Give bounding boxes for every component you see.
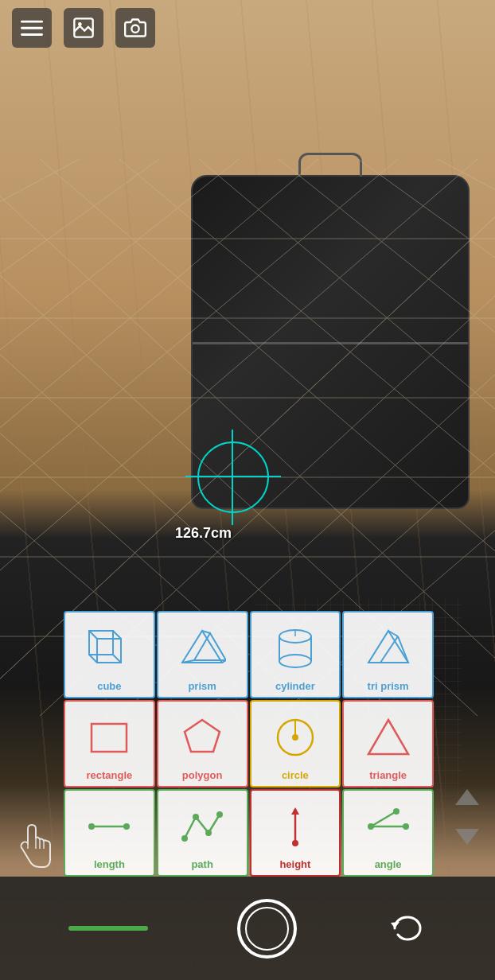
path-label: path xyxy=(191,858,212,870)
svg-point-77 xyxy=(292,840,298,846)
shape-panel: cube prism xyxy=(64,611,434,877)
svg-marker-84 xyxy=(391,922,400,928)
svg-rect-29 xyxy=(21,21,43,23)
color-indicator xyxy=(68,926,148,931)
shape-tri-prism[interactable]: tri prism xyxy=(342,611,434,698)
svg-marker-78 xyxy=(291,807,299,815)
svg-marker-64 xyxy=(185,720,220,752)
triangle-icon xyxy=(347,708,429,768)
ar-crosshair xyxy=(197,441,269,513)
shape-prism[interactable]: prism xyxy=(157,611,248,698)
svg-rect-31 xyxy=(21,33,43,36)
svg-line-28 xyxy=(0,159,80,223)
crosshair-circle xyxy=(197,441,269,513)
length-icon xyxy=(68,797,150,857)
hand-cursor-icon xyxy=(12,821,52,861)
menu-button[interactable] xyxy=(12,8,52,48)
svg-line-44 xyxy=(113,631,121,639)
shape-height[interactable]: height xyxy=(250,789,341,877)
svg-line-45 xyxy=(89,655,97,663)
svg-rect-30 xyxy=(21,27,43,29)
circle-label: circle xyxy=(282,769,309,781)
svg-line-80 xyxy=(371,811,396,826)
triangle-label: triangle xyxy=(369,769,407,781)
svg-point-74 xyxy=(205,830,212,836)
tri-prism-icon xyxy=(347,619,429,679)
shape-cube[interactable]: cube xyxy=(64,611,155,698)
svg-line-7 xyxy=(40,159,495,605)
circle-icon xyxy=(255,708,337,768)
svg-point-81 xyxy=(403,823,409,830)
prism-icon xyxy=(162,619,244,679)
svg-point-72 xyxy=(181,835,188,842)
path-icon xyxy=(162,797,244,857)
crosshair-horizontal xyxy=(185,476,281,477)
shape-circle[interactable]: circle xyxy=(250,700,341,788)
cylinder-icon xyxy=(255,619,337,679)
svg-marker-68 xyxy=(368,720,408,754)
crosshair-vertical xyxy=(232,430,233,525)
cube-icon xyxy=(68,619,150,679)
svg-line-46 xyxy=(113,655,121,663)
polygon-icon xyxy=(162,708,244,768)
svg-marker-39 xyxy=(455,789,479,805)
shape-cylinder[interactable]: cylinder xyxy=(250,611,341,698)
capture-button-inner xyxy=(245,907,289,951)
shape-polygon[interactable]: polygon xyxy=(157,700,248,788)
rectangle-label: rectangle xyxy=(86,769,132,781)
height-icon xyxy=(255,797,337,857)
scroll-arrows xyxy=(451,785,483,849)
capture-button[interactable] xyxy=(237,899,297,959)
top-toolbar xyxy=(0,0,495,56)
tri-prism-label: tri prism xyxy=(368,680,409,692)
measurement-label: 126.7cm xyxy=(175,525,232,542)
shape-triangle[interactable]: triangle xyxy=(342,700,434,788)
shape-rectangle[interactable]: rectangle xyxy=(64,700,155,788)
camera-icon xyxy=(124,17,146,39)
shape-path[interactable]: path xyxy=(157,789,248,877)
gallery-button[interactable] xyxy=(64,8,103,48)
bottom-bar xyxy=(0,877,495,980)
svg-point-83 xyxy=(368,823,374,830)
length-label: length xyxy=(94,858,125,870)
cube-label: cube xyxy=(97,680,121,692)
svg-line-13 xyxy=(199,159,495,461)
svg-line-26 xyxy=(0,159,239,382)
svg-point-34 xyxy=(131,25,138,33)
shape-angle[interactable]: angle xyxy=(342,789,434,877)
camera-button[interactable] xyxy=(115,8,155,48)
svg-rect-63 xyxy=(92,724,127,752)
svg-line-14 xyxy=(279,159,495,382)
svg-line-8 xyxy=(119,159,495,525)
angle-icon xyxy=(347,797,429,857)
height-label: height xyxy=(279,858,310,870)
cylinder-label: cylinder xyxy=(275,680,315,692)
undo-icon xyxy=(388,911,424,947)
svg-point-73 xyxy=(193,814,199,820)
svg-point-82 xyxy=(393,808,400,815)
svg-point-71 xyxy=(123,823,130,830)
prism-label: prism xyxy=(188,680,216,692)
rectangle-icon xyxy=(68,708,150,768)
svg-line-27 xyxy=(0,159,159,302)
svg-line-25 xyxy=(0,159,318,461)
undo-button[interactable] xyxy=(387,908,427,948)
gallery-icon xyxy=(72,17,95,39)
polygon-label: polygon xyxy=(182,769,223,781)
svg-point-55 xyxy=(279,655,311,667)
shape-length[interactable]: length xyxy=(64,789,155,877)
angle-label: angle xyxy=(375,858,402,870)
svg-line-43 xyxy=(89,631,97,639)
menu-icon xyxy=(21,17,43,39)
svg-point-75 xyxy=(216,811,223,818)
svg-marker-40 xyxy=(455,829,479,845)
svg-point-70 xyxy=(88,823,95,830)
